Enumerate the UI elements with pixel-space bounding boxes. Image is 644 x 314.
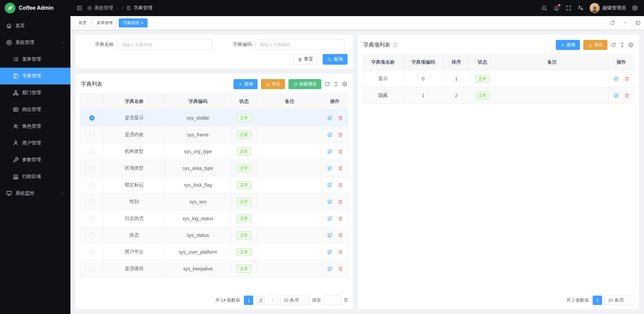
delete-icon[interactable] — [338, 132, 343, 137]
gear-icon — [6, 40, 12, 46]
add-button[interactable]: 新增 — [233, 79, 258, 89]
table-row[interactable]: 锁定标记 sys_lock_flag 正常 — [80, 177, 348, 193]
delete-icon[interactable] — [624, 76, 630, 81]
row-select-radio[interactable] — [89, 216, 95, 221]
table-row[interactable]: 区域类型 sys_area_type 正常 — [80, 160, 348, 177]
row-select-radio[interactable] — [89, 199, 95, 204]
sidebar-item-dict-management[interactable]: 字典管理 — [0, 68, 70, 84]
sidebar-item-menu-management[interactable]: 菜单管理 — [0, 51, 70, 68]
export-button[interactable]: 导出 — [261, 79, 285, 89]
row-select-radio[interactable] — [89, 249, 95, 255]
layout-settings-icon[interactable] — [631, 16, 644, 29]
edit-icon[interactable] — [327, 132, 332, 137]
tab-menu-management[interactable]: 菜单管理 — [93, 18, 117, 27]
edit-icon[interactable] — [327, 233, 332, 238]
menu-fold-icon[interactable] — [76, 5, 83, 11]
notification-bell-icon[interactable] — [553, 5, 559, 11]
page-button-1[interactable]: 1 — [244, 296, 253, 305]
delete-icon[interactable] — [338, 233, 343, 238]
table-row[interactable]: 是否显示 sys_visible 正常 — [80, 110, 348, 126]
info-icon[interactable] — [393, 43, 398, 48]
delete-icon[interactable] — [624, 93, 630, 98]
refresh-icon[interactable] — [611, 42, 616, 48]
user-name[interactable]: 超级管理员 — [602, 5, 626, 11]
tab-home[interactable]: 首页 — [74, 18, 91, 27]
query-button[interactable]: 查询 — [323, 54, 347, 65]
row-select-radio[interactable] — [89, 132, 95, 137]
sidebar-item-home[interactable]: 首页 — [0, 17, 70, 34]
reset-button-label: 重置 — [304, 56, 313, 62]
table-row[interactable]: 日志状态 sys_log_status 正常 — [80, 210, 348, 227]
row-select-radio[interactable] — [89, 233, 95, 238]
add-item-button[interactable]: 新增 — [556, 40, 580, 50]
sidebar-item-role-management[interactable]: 角色管理 — [0, 118, 70, 135]
delete-icon[interactable] — [338, 249, 343, 255]
delete-icon[interactable] — [338, 182, 343, 188]
edit-icon[interactable] — [327, 266, 332, 271]
table-row[interactable]: 隐藏 1 2 正常 — [363, 87, 634, 104]
edit-icon[interactable] — [327, 216, 332, 221]
delete-icon[interactable] — [338, 266, 343, 271]
edit-icon[interactable] — [613, 93, 619, 98]
row-select-radio[interactable] — [89, 149, 95, 154]
sidebar-item-admin-region[interactable]: 行政区域 — [0, 168, 70, 185]
reset-button[interactable]: 重置 — [293, 54, 318, 65]
sidebar-item-post-management[interactable]: 岗位管理 — [0, 101, 70, 118]
table-row[interactable]: 机构类型 sys_org_type 正常 — [80, 143, 348, 160]
sidebar-item-parameter-management[interactable]: 参数管理 — [0, 151, 70, 168]
settings-gear-icon[interactable] — [632, 5, 638, 11]
table-row[interactable]: 用户平台 sys_user_platform 正常 — [80, 244, 348, 260]
edit-icon[interactable] — [327, 149, 332, 154]
delete-icon[interactable] — [338, 199, 343, 204]
tab-options-chevron-icon[interactable] — [619, 16, 631, 29]
column-settings-icon[interactable] — [333, 81, 339, 87]
delete-icon[interactable] — [338, 216, 343, 221]
row-select-radio[interactable] — [89, 182, 95, 188]
edit-icon[interactable] — [613, 76, 619, 81]
dict-code-input[interactable] — [256, 39, 344, 50]
export-items-button[interactable]: 导出 — [583, 40, 607, 50]
translate-icon[interactable] — [578, 5, 584, 11]
table-row[interactable]: 显示 0 1 正常 — [363, 70, 634, 87]
refresh-cache-button[interactable]: 刷新缓存 — [288, 79, 321, 89]
column-settings-icon[interactable] — [620, 42, 625, 48]
refresh-icon[interactable] — [325, 81, 330, 87]
tabbar-tools — [606, 16, 644, 29]
next-page-button[interactable] — [268, 296, 277, 305]
table-row[interactable]: 状态 sys_status 正常 — [80, 227, 348, 244]
tab-close-icon[interactable]: × — [141, 21, 144, 25]
table-row[interactable]: 性别 sys_sex 正常 — [80, 193, 348, 210]
dict-name-cell: 锁定标记 — [103, 177, 165, 193]
row-select-radio[interactable] — [89, 266, 95, 271]
page-size-select[interactable]: 10 条/页 — [280, 296, 310, 305]
user-avatar[interactable] — [590, 3, 600, 13]
edit-icon[interactable] — [327, 182, 332, 188]
search-icon[interactable] — [541, 5, 547, 11]
sidebar-item-user-management[interactable]: 用户管理 — [0, 135, 70, 151]
delete-icon[interactable] — [338, 115, 343, 121]
delete-icon[interactable] — [338, 149, 343, 154]
sidebar-item-system-management[interactable]: 系统管理 — [0, 34, 70, 51]
delete-icon[interactable] — [338, 166, 343, 171]
row-select-radio[interactable] — [89, 166, 95, 171]
edit-icon[interactable] — [327, 199, 332, 204]
refresh-page-icon[interactable] — [606, 16, 619, 29]
table-row[interactable]: 是否内嵌 sys_frame 正常 — [80, 126, 348, 143]
table-settings-gear-icon[interactable] — [342, 81, 347, 87]
edit-icon[interactable] — [327, 249, 332, 255]
page-button-2[interactable]: 2 — [256, 296, 265, 305]
dict-name-input[interactable] — [118, 39, 213, 50]
page-size-select[interactable]: 10 条/页 — [605, 296, 634, 305]
page-button-1[interactable]: 1 — [593, 296, 602, 305]
fullscreen-icon[interactable] — [566, 5, 572, 11]
table-settings-gear-icon[interactable] — [628, 42, 634, 48]
edit-icon[interactable] — [327, 166, 332, 171]
jump-page-input[interactable] — [324, 296, 341, 305]
table-row[interactable]: 是否缓存 sys_keepalive 正常 — [80, 260, 348, 277]
breadcrumb-item-system[interactable]: 系统管理 — [94, 5, 113, 11]
sidebar-item-system-monitor[interactable]: 系统监控 — [0, 185, 70, 202]
edit-icon[interactable] — [327, 115, 332, 121]
sidebar-item-department-management[interactable]: 部门管理 — [0, 84, 70, 101]
tab-dict-management[interactable]: 字典管理 × — [119, 18, 148, 27]
row-select-radio[interactable] — [89, 115, 95, 121]
